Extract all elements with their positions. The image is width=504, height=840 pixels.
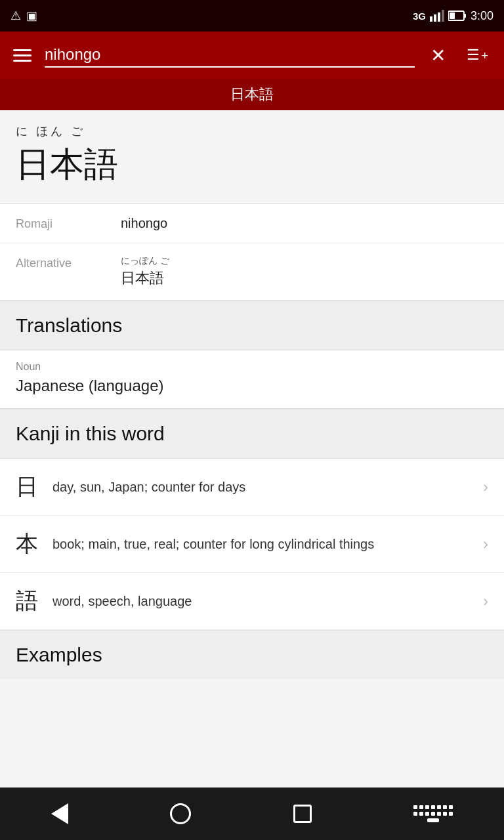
alternative-value: にっぽん ご 日本語 [121,255,488,288]
translation-item: Noun Japanese (language) [0,350,504,409]
kanji-desc-1: day, sun, Japan; counter for days [52,478,478,496]
alternative-label: Alternative [16,255,121,270]
status-bar: ⚠ ▣ 3G 3:00 [0,0,504,32]
keyboard-button[interactable] [400,800,466,828]
kanji-desc-3: word, speech, language [52,592,478,610]
kanji-char-2: 本 [16,529,52,559]
translations-title: Translations [16,314,122,336]
hamburger-line-3 [13,60,32,62]
alternative-row: Alternative にっぽん ご 日本語 [0,243,504,300]
examples-title: Examples [16,644,102,665]
network-indicator: 3G [413,10,426,22]
clock: 3:00 [471,9,494,23]
kanji-desc-2: book; main, true, real; counter for long… [52,535,478,553]
nav-bar [0,788,504,840]
examples-section-header: Examples [0,630,504,679]
alternative-furigana: にっぽん ご [121,255,488,267]
back-button[interactable] [38,798,81,830]
add-list-icon: ☰ [467,47,480,64]
signal-icon [430,10,444,22]
chevron-right-icon-2: › [483,535,488,553]
kanji-char-3: 語 [16,586,52,616]
kanji-item-3[interactable]: 語 word, speech, language › [0,573,504,630]
app-bar: ✕ ☰ + [0,32,504,79]
romaji-value: nihongo [121,216,488,231]
svg-rect-1 [434,14,436,22]
svg-rect-5 [464,14,466,18]
home-button[interactable] [157,798,204,830]
subtitle-bar: 日本語 [0,79,504,110]
chevron-right-icon-3: › [483,592,488,610]
svg-rect-3 [442,10,444,22]
svg-rect-0 [430,16,432,22]
translation-text: Japanese (language) [16,377,488,395]
back-icon [51,803,68,824]
kanji-item-1[interactable]: 日 day, sun, Japan; counter for days › [0,459,504,516]
svg-rect-6 [450,12,455,19]
hamburger-menu-button[interactable] [10,47,34,64]
warning-icon: ⚠ [10,9,21,23]
plus-icon: + [481,49,488,63]
alternative-kanji: 日本語 [121,268,488,288]
chevron-right-icon-1: › [483,478,488,496]
clear-search-button[interactable]: ✕ [425,42,451,69]
furigana: に ほん ご [16,123,488,139]
hamburger-line-2 [13,54,32,56]
recents-icon [293,805,312,823]
kanji-item-2[interactable]: 本 book; main, true, real; counter for lo… [0,516,504,573]
romaji-label: Romaji [16,216,121,231]
translations-section-header: Translations [0,301,504,350]
subtitle-text: 日本語 [230,85,274,104]
kanji-section-header: Kanji in this word [0,409,504,459]
kanji-section-title: Kanji in this word [16,423,165,444]
kanji-display: 日本語 [16,142,488,188]
hamburger-line-1 [13,49,32,51]
kanji-char-1: 日 [16,472,52,502]
home-icon [170,803,191,824]
details-section: Romaji nihongo Alternative にっぽん ご 日本語 [0,204,504,301]
battery-icon [448,10,467,22]
sim-icon: ▣ [26,9,37,23]
romaji-row: Romaji nihongo [0,204,504,243]
add-to-list-button[interactable]: ☰ + [461,44,494,66]
recents-button[interactable] [280,799,325,828]
part-of-speech: Noun [16,361,488,373]
keyboard-icon [413,805,453,822]
word-header: に ほん ご 日本語 [0,110,504,204]
search-input[interactable] [45,43,415,68]
svg-rect-2 [438,12,440,22]
